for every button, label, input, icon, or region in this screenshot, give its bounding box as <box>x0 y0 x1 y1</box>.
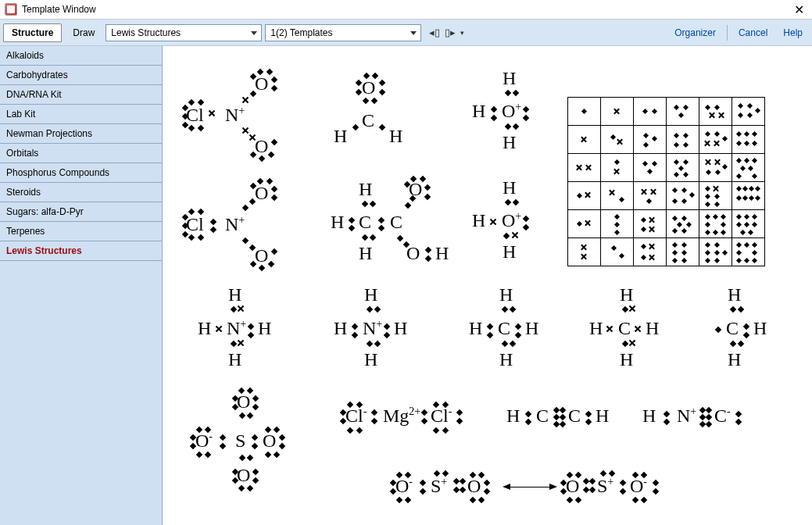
lewis-atom[interactable]: O <box>362 77 375 98</box>
lewis-atom[interactable]: O <box>263 430 276 452</box>
lewis-atom[interactable]: S+ <box>431 476 447 497</box>
close-icon[interactable]: ✕ <box>791 2 807 17</box>
lewis-atom[interactable]: H <box>359 243 372 264</box>
lewis-atom[interactable]: S+ <box>597 476 613 497</box>
lewis-atom[interactable]: H <box>472 101 485 122</box>
lewis-atom[interactable]: H <box>435 243 449 264</box>
lewis-atom[interactable]: Cl- <box>345 405 367 427</box>
lewis-atom[interactable]: H <box>499 349 513 370</box>
lewis-atom[interactable]: C <box>498 318 510 339</box>
lewis-atom[interactable]: H <box>334 126 347 147</box>
lewis-atom[interactable]: H <box>499 284 513 305</box>
lewis-atom[interactable]: O <box>255 73 268 95</box>
prev-page-icon[interactable]: ◂▯ <box>429 27 440 38</box>
lewis-atom[interactable]: O <box>255 245 268 266</box>
lewis-atom[interactable]: C <box>726 318 739 339</box>
lewis-atom[interactable]: H <box>472 210 485 231</box>
sidebar-item-terpenes[interactable]: Terpenes <box>0 222 162 241</box>
toolbar: Structure Draw Lewis Structures 1(2) Tem… <box>0 20 812 46</box>
lewis-atom[interactable]: H <box>620 284 633 305</box>
lewis-atom[interactable]: N+ <box>363 318 382 339</box>
lewis-atom[interactable]: Mg2+ <box>383 405 420 427</box>
lewis-atom[interactable]: H <box>331 212 344 233</box>
sidebar-item-lewis[interactable]: Lewis Structures <box>0 241 162 261</box>
lewis-atom[interactable]: H <box>359 179 372 200</box>
lewis-atom[interactable]: O <box>255 183 268 204</box>
template-canvas[interactable]: Cl N+ O O O C H H H H O+ H <box>163 46 812 525</box>
template-dropdown[interactable]: 1(2) Templates <box>265 24 421 41</box>
lewis-atom[interactable]: O+ <box>502 101 521 122</box>
lewis-atom[interactable]: H <box>469 318 482 339</box>
tab-draw[interactable]: Draw <box>65 24 102 41</box>
lewis-atom[interactable]: N+ <box>225 214 245 235</box>
category-dropdown[interactable]: Lewis Structures <box>106 24 262 41</box>
lewis-atom[interactable]: H <box>506 405 520 427</box>
lewis-atom[interactable]: H <box>646 318 659 339</box>
lewis-atom[interactable]: H <box>728 349 741 370</box>
lewis-atom[interactable]: H <box>503 132 516 153</box>
lewis-atom[interactable]: O <box>237 391 250 412</box>
sidebar-item-alkaloids[interactable]: Alkaloids <box>0 46 162 66</box>
lewis-atom[interactable]: H <box>394 318 407 339</box>
lewis-atom[interactable]: H <box>228 349 241 370</box>
lewis-atom[interactable]: O- <box>630 476 647 497</box>
tab-structure[interactable]: Structure <box>3 23 62 42</box>
lewis-atom[interactable]: N+ <box>227 318 246 339</box>
lewis-atom[interactable]: H <box>334 318 347 339</box>
cancel-button[interactable]: Cancel <box>732 27 774 38</box>
lewis-atom[interactable]: H <box>389 126 402 147</box>
separator <box>727 25 728 41</box>
lewis-atom[interactable]: Cl- <box>431 405 452 427</box>
lewis-atom[interactable]: Cl <box>186 105 204 126</box>
lewis-atom[interactable]: O <box>255 136 268 157</box>
lewis-atom[interactable]: C <box>390 212 402 233</box>
lewis-atom[interactable]: O <box>237 465 250 486</box>
lewis-atom[interactable]: O- <box>395 476 413 497</box>
electron-pattern-grid[interactable] <box>567 97 765 266</box>
lewis-atom[interactable]: N+ <box>677 405 696 427</box>
template-dropdown-value: 1(2) Templates <box>270 27 332 38</box>
lewis-atom[interactable]: O <box>409 179 422 200</box>
lewis-atom[interactable]: N+ <box>225 105 245 126</box>
lewis-atom[interactable]: C <box>618 318 631 339</box>
lewis-atom[interactable]: H <box>258 318 271 339</box>
lewis-atom[interactable]: H <box>596 405 609 427</box>
lewis-atom[interactable]: H <box>503 68 516 89</box>
sidebar-item-newman[interactable]: Newman Projections <box>0 124 162 144</box>
lewis-atom[interactable]: C <box>536 405 549 427</box>
lewis-atom[interactable]: H <box>642 405 656 427</box>
lewis-atom[interactable]: H <box>228 284 241 305</box>
sidebar-item-dnarnakit[interactable]: DNA/RNA Kit <box>0 85 162 105</box>
lewis-atom[interactable]: H <box>503 241 516 262</box>
organizer-button[interactable]: Organizer <box>668 27 722 38</box>
next-page-icon[interactable]: ▯▸ <box>445 27 456 38</box>
lewis-atom[interactable]: Cl <box>186 214 204 235</box>
menu-dropdown-icon[interactable]: ▾ <box>460 29 464 37</box>
lewis-atom[interactable]: H <box>753 318 767 339</box>
lewis-atom[interactable]: H <box>525 318 538 339</box>
sidebar-item-steroids[interactable]: Steroids <box>0 183 162 202</box>
lewis-atom[interactable]: H <box>503 177 516 198</box>
lewis-atom[interactable]: O <box>406 243 420 264</box>
lewis-atom[interactable]: C- <box>714 405 731 427</box>
lewis-atom[interactable]: H <box>364 284 377 305</box>
lewis-atom[interactable]: C <box>359 212 371 233</box>
lewis-atom[interactable]: O+ <box>502 210 521 231</box>
sidebar-item-carbohydrates[interactable]: Carbohydrates <box>0 66 162 85</box>
sidebar-item-labkit[interactable]: Lab Kit <box>0 105 162 124</box>
lewis-atom[interactable]: S <box>235 430 245 452</box>
lewis-atom[interactable]: O <box>467 476 481 497</box>
help-button[interactable]: Help <box>777 27 809 38</box>
lewis-atom[interactable]: H <box>364 349 377 370</box>
sidebar-item-orbitals[interactable]: Orbitals <box>0 144 162 163</box>
lewis-atom[interactable]: H <box>198 318 211 339</box>
sidebar-item-phosphorus[interactable]: Phosphorus Compounds <box>0 163 162 183</box>
lewis-atom[interactable]: H <box>589 318 603 339</box>
lewis-atom[interactable]: H <box>728 284 741 305</box>
lewis-atom[interactable]: C <box>362 110 374 131</box>
lewis-atom[interactable]: O- <box>195 430 213 452</box>
lewis-atom[interactable]: H <box>620 349 633 370</box>
lewis-atom[interactable]: O <box>566 476 579 497</box>
sidebar-item-sugars[interactable]: Sugars: alfa-D-Pyr <box>0 202 162 222</box>
lewis-atom[interactable]: C <box>568 405 581 427</box>
